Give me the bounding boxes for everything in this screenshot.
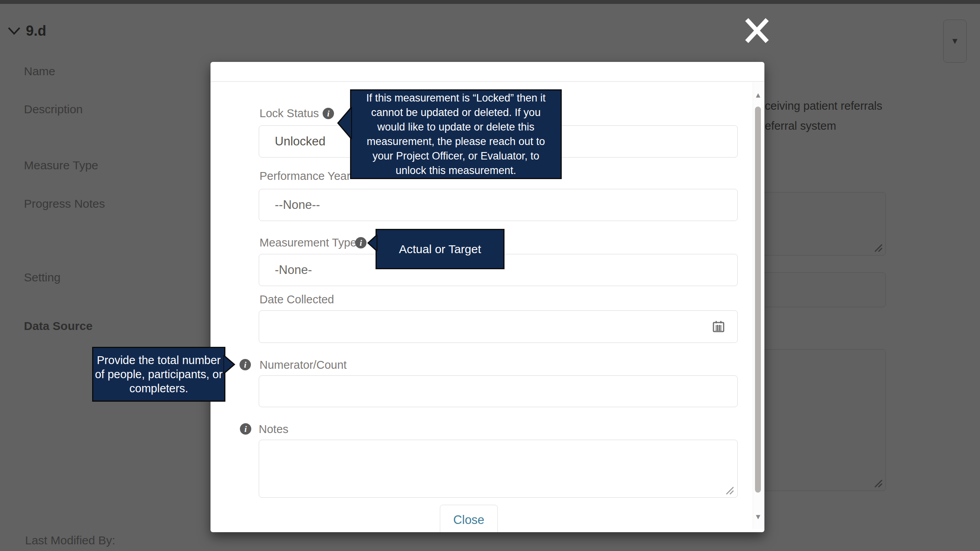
notes-textarea[interactable] [259,440,738,498]
numerator-tooltip-text: Provide the total number of people, part… [95,353,223,395]
close-button-label: Close [453,513,484,527]
numerator-value [259,376,737,407]
notes-info-icon[interactable]: i [240,423,251,435]
tooltip-arrow-left-icon [367,235,377,251]
lock-status-tooltip: If this measurement is “Locked” then it … [350,89,562,179]
measurement-type-tooltip-text: Actual or Target [399,243,481,256]
close-x-icon[interactable] [744,15,769,46]
scroll-down-arrow-icon[interactable]: ▼ [753,513,763,521]
numerator-tooltip: Provide the total number of people, part… [92,347,225,402]
lock-status-info-icon[interactable]: i [323,108,334,119]
scroll-up-arrow-icon[interactable]: ▲ [753,91,763,100]
performance-year-value: --None-- [259,189,737,221]
numerator-info-icon[interactable]: i [240,359,251,370]
resize-handle-icon[interactable] [725,486,734,495]
lock-status-label: Lock Status [260,107,319,120]
modal-header-divider [211,81,764,82]
tooltip-arrow-right-icon [223,355,235,374]
performance-year-field[interactable]: --None-- [259,189,738,221]
close-button[interactable]: Close [440,505,498,532]
lock-status-tooltip-text: If this measurement is “Locked” then it … [366,91,546,178]
notes-label: Notes [259,423,289,436]
calendar-icon[interactable] [712,320,725,333]
performance-year-label: Performance Year [260,170,350,183]
measurement-type-label: Measurement Type [260,236,357,249]
numerator-label: Numerator/Count [260,359,347,372]
modal-scrollbar[interactable]: ▲ ▼ [753,82,763,529]
measurement-type-info-icon[interactable]: i [355,237,367,248]
tooltip-arrow-left-icon [337,107,352,139]
scrollbar-thumb[interactable] [755,107,761,493]
measurement-type-tooltip: Actual or Target [376,229,505,269]
date-collected-field[interactable] [259,310,738,343]
numerator-field[interactable] [259,375,738,407]
date-collected-label: Date Collected [260,293,334,306]
screen: 9.d Name Description Measure Type Progre… [0,0,980,551]
